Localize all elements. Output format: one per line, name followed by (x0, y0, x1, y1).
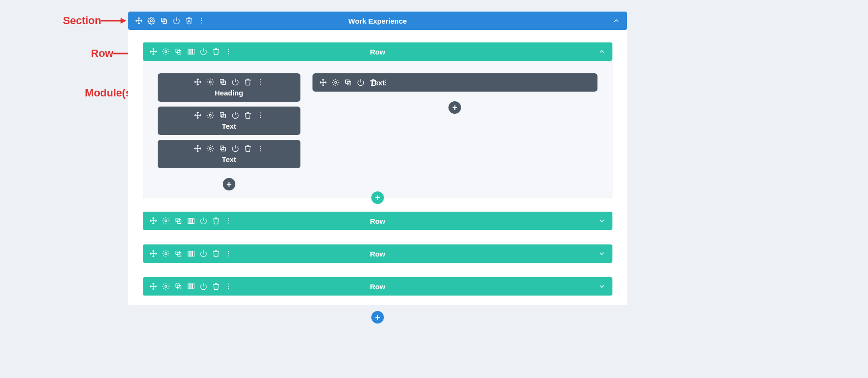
power-icon[interactable] (231, 145, 239, 152)
duplicate-icon[interactable] (175, 283, 182, 290)
more-icon[interactable] (225, 48, 232, 55)
trash-icon[interactable] (212, 48, 220, 55)
trash-icon[interactable] (244, 145, 252, 152)
gear-icon[interactable] (162, 217, 170, 225)
gear-icon[interactable] (162, 48, 170, 55)
columns-icon[interactable] (187, 217, 195, 225)
section-header[interactable]: Work Experience (128, 12, 627, 30)
svg-rect-76 (192, 284, 194, 289)
gear-icon[interactable] (148, 17, 155, 25)
row-title: Row (370, 283, 385, 291)
module-text[interactable]: Text (312, 73, 597, 92)
columns-icon[interactable] (187, 48, 195, 55)
gear-icon[interactable] (162, 283, 170, 290)
duplicate-icon[interactable] (219, 145, 227, 152)
more-icon[interactable] (257, 145, 264, 152)
svg-point-28 (260, 81, 261, 82)
row-header[interactable]: Row (143, 277, 612, 296)
move-icon[interactable] (194, 111, 202, 119)
module-heading[interactable]: Heading (158, 73, 300, 102)
gear-icon[interactable] (332, 79, 339, 86)
module-text[interactable]: Text (158, 140, 300, 168)
columns-icon[interactable] (187, 283, 195, 290)
power-icon[interactable] (357, 79, 365, 86)
move-icon[interactable] (319, 79, 327, 86)
chevron-down-icon[interactable] (598, 283, 606, 290)
svg-rect-16 (188, 49, 190, 54)
gear-icon[interactable] (206, 78, 214, 86)
svg-point-70 (228, 256, 229, 256)
chevron-down-icon[interactable] (598, 217, 606, 225)
add-row-button[interactable]: + (371, 191, 384, 204)
duplicate-icon[interactable] (175, 48, 182, 55)
more-icon[interactable] (257, 78, 264, 86)
chevron-down-icon[interactable] (598, 250, 606, 257)
gear-icon[interactable] (206, 145, 214, 152)
svg-rect-54 (188, 218, 190, 224)
svg-rect-66 (192, 251, 194, 256)
svg-point-48 (385, 80, 386, 81)
duplicate-icon[interactable] (175, 250, 182, 257)
svg-point-29 (260, 84, 261, 85)
chevron-up-icon[interactable] (598, 48, 606, 55)
trash-icon[interactable] (244, 111, 252, 119)
more-icon[interactable] (225, 217, 232, 225)
row-header[interactable]: Row (143, 42, 612, 61)
svg-point-71 (165, 285, 167, 287)
add-section-button[interactable]: + (371, 311, 384, 324)
gear-icon[interactable] (162, 250, 170, 257)
move-icon[interactable] (194, 78, 202, 86)
power-icon[interactable] (200, 283, 207, 290)
move-icon[interactable] (149, 283, 157, 290)
svg-rect-74 (188, 284, 190, 289)
duplicate-icon[interactable] (219, 78, 227, 86)
svg-point-68 (228, 251, 229, 252)
svg-point-58 (228, 218, 229, 219)
svg-point-10 (201, 18, 202, 19)
add-module-button[interactable]: + (223, 178, 235, 190)
more-icon[interactable] (225, 250, 232, 257)
duplicate-icon[interactable] (219, 111, 227, 119)
module-label: Text (370, 79, 385, 87)
more-icon[interactable] (257, 111, 264, 119)
duplicate-icon[interactable] (344, 79, 352, 86)
chevron-up-icon[interactable] (612, 17, 620, 25)
add-row-wrap: + (143, 191, 612, 204)
svg-rect-64 (188, 251, 190, 256)
power-icon[interactable] (200, 48, 207, 55)
add-module-button[interactable]: + (448, 101, 461, 114)
more-icon[interactable] (198, 17, 205, 25)
trash-icon[interactable] (244, 78, 252, 86)
power-icon[interactable] (231, 111, 239, 119)
power-icon[interactable] (173, 17, 180, 25)
trash-icon[interactable] (212, 250, 220, 257)
duplicate-icon[interactable] (160, 17, 168, 25)
trash-icon[interactable] (185, 17, 193, 25)
trash-icon[interactable] (212, 217, 220, 225)
section-title: Work Experience (348, 17, 407, 25)
module-label: Heading (215, 89, 243, 97)
move-icon[interactable] (194, 145, 202, 152)
row-header[interactable]: Row (143, 212, 612, 230)
power-icon[interactable] (200, 217, 207, 225)
svg-point-80 (228, 288, 229, 289)
columns-icon[interactable] (187, 250, 195, 257)
row-header[interactable]: Row (143, 244, 612, 263)
power-icon[interactable] (231, 78, 239, 86)
svg-point-22 (228, 54, 229, 54)
more-icon[interactable] (225, 283, 232, 290)
svg-point-36 (260, 117, 261, 118)
svg-rect-75 (190, 284, 192, 289)
trash-icon[interactable] (212, 283, 220, 290)
duplicate-icon[interactable] (175, 217, 182, 225)
move-icon[interactable] (135, 17, 143, 25)
row-block-1: Row Heading (143, 42, 612, 197)
power-icon[interactable] (200, 250, 207, 257)
move-icon[interactable] (149, 250, 157, 257)
move-icon[interactable] (149, 217, 157, 225)
plus-icon: + (375, 193, 380, 202)
svg-point-23 (209, 81, 211, 83)
gear-icon[interactable] (206, 111, 214, 119)
module-text[interactable]: Text (158, 107, 300, 135)
move-icon[interactable] (149, 48, 157, 55)
